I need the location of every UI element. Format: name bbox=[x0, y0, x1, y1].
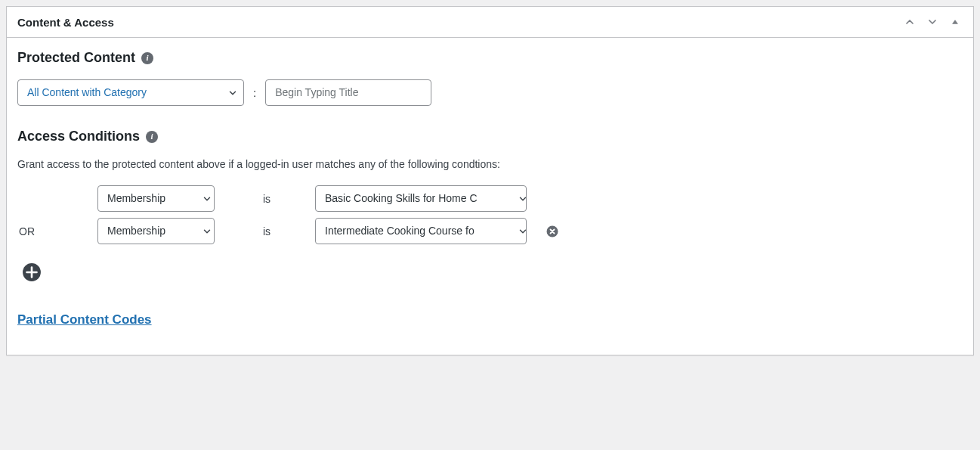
protected-content-heading-row: Protected Content i bbox=[17, 50, 963, 66]
condition-type-select[interactable]: Membership bbox=[97, 218, 215, 244]
condition-is-label: is bbox=[229, 193, 305, 205]
content-access-panel: Content & Access Protected Content i bbox=[6, 6, 974, 355]
condition-value-select-wrap: Basic Cooking Skills for Home C bbox=[315, 185, 534, 212]
plus-circle-icon bbox=[22, 262, 42, 282]
svg-marker-0 bbox=[952, 20, 958, 23]
access-conditions-heading: Access Conditions bbox=[17, 129, 140, 144]
triangle-up-icon bbox=[949, 16, 961, 28]
content-scope-select[interactable]: All Content with Category bbox=[17, 79, 244, 106]
content-scope-select-wrap: All Content with Category bbox=[17, 79, 244, 106]
panel-body: Protected Content i All Content with Cat… bbox=[7, 38, 973, 355]
condition-type-select-wrap: Membership bbox=[97, 185, 218, 212]
move-down-button[interactable] bbox=[925, 14, 940, 29]
condition-type-select-wrap: Membership bbox=[97, 218, 218, 244]
panel-title: Content & Access bbox=[17, 16, 114, 29]
access-conditions-description: Grant access to the protected content ab… bbox=[17, 158, 963, 170]
protected-content-heading: Protected Content bbox=[17, 50, 135, 66]
remove-condition-button[interactable] bbox=[545, 224, 575, 239]
condition-value-select[interactable]: Intermediate Cooking Course fo bbox=[315, 218, 527, 244]
content-title-input[interactable] bbox=[265, 79, 431, 106]
move-up-button[interactable] bbox=[902, 14, 917, 29]
partial-content-codes-link[interactable]: Partial Content Codes bbox=[17, 312, 152, 327]
conditions-grid: Membership is Basic Cooking Skills for H… bbox=[17, 185, 963, 244]
info-icon[interactable]: i bbox=[141, 52, 153, 64]
info-icon[interactable]: i bbox=[146, 131, 158, 143]
condition-or-label: OR bbox=[19, 225, 87, 237]
panel-header: Content & Access bbox=[7, 7, 973, 38]
condition-value-select[interactable]: Basic Cooking Skills for Home C bbox=[315, 185, 527, 212]
condition-type-select[interactable]: Membership bbox=[97, 185, 215, 212]
chevron-down-icon bbox=[926, 16, 938, 28]
panel-header-controls bbox=[902, 14, 963, 29]
access-conditions-heading-row: Access Conditions i bbox=[17, 129, 963, 144]
close-circle-icon bbox=[545, 224, 560, 239]
chevron-up-icon bbox=[904, 16, 916, 28]
separator-colon: : bbox=[253, 86, 256, 99]
condition-value-select-wrap: Intermediate Cooking Course fo bbox=[315, 218, 534, 244]
condition-is-label: is bbox=[229, 225, 305, 237]
collapse-toggle-button[interactable] bbox=[948, 14, 963, 29]
protected-content-row: All Content with Category : bbox=[17, 79, 963, 106]
add-condition-button[interactable] bbox=[22, 262, 42, 282]
